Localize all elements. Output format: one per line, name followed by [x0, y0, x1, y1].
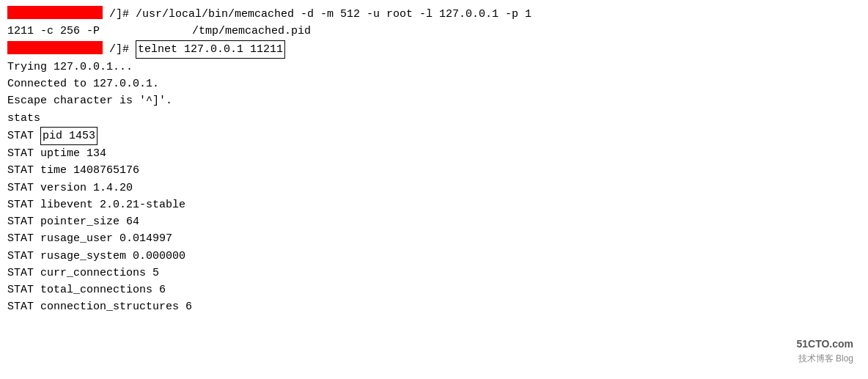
- telnet-command-box: telnet 127.0.0.1 11211: [136, 40, 285, 59]
- terminal-line-9: STAT time 1408765176: [7, 162, 861, 179]
- terminal-line-17: STAT connection_structures 6: [7, 298, 861, 315]
- terminal-line-8: STAT uptime 134: [7, 145, 861, 162]
- watermark-tagline: 技术博客 Blog: [796, 352, 853, 366]
- stat-label-pid: STAT: [7, 128, 40, 144]
- stat-time: STAT time 1408765176: [7, 162, 139, 179]
- stat-rusage-system: STAT rusage_system 0.000000: [7, 248, 185, 265]
- terminal-line-1: /]# /usr/local/bin/memcached -d -m 512 -…: [7, 6, 861, 23]
- terminal-line-1-cont: 1211 -c 256 -P /tmp/memcached.pid: [7, 23, 861, 40]
- line1-cmd: /]# /usr/local/bin/memcached -d -m 512 -…: [103, 6, 532, 23]
- terminal-content: /]# /usr/local/bin/memcached -d -m 512 -…: [7, 6, 861, 373]
- stat-total-connections: STAT total_connections 6: [7, 282, 166, 298]
- line2-cmd: /]#: [103, 41, 136, 58]
- connected-text: Connected to 127.0.0.1.: [7, 76, 159, 92]
- terminal-line-13: STAT rusage_user 0.014997: [7, 230, 861, 247]
- terminal-line-10: STAT version 1.4.20: [7, 180, 861, 196]
- terminal-line-3: Trying 127.0.0.1...: [7, 59, 861, 76]
- terminal-line-5: Escape character is '^]'.: [7, 92, 861, 109]
- escape-char-text: Escape character is '^]'.: [7, 92, 172, 109]
- terminal-line-14: STAT rusage_system 0.000000: [7, 248, 861, 265]
- terminal-line-16: STAT total_connections 6: [7, 282, 861, 298]
- terminal-line-11: STAT libevent 2.0.21-stable: [7, 196, 861, 213]
- watermark: 51CTO.com 技术博客 Blog: [796, 336, 853, 366]
- terminal-line-12: STAT pointer_size 64: [7, 213, 861, 230]
- stat-pointer-size: STAT pointer_size 64: [7, 213, 139, 230]
- stat-libevent: STAT libevent 2.0.21-stable: [7, 196, 185, 213]
- terminal-line-4: Connected to 127.0.0.1.: [7, 76, 861, 92]
- stat-rusage-user: STAT rusage_user 0.014997: [7, 230, 172, 247]
- line1-pid: /tmp/memcached.pid: [100, 23, 311, 40]
- line1-cont: 1211 -c 256 -P: [7, 23, 100, 40]
- stat-connection-structures: STAT connection_structures 6: [7, 298, 192, 315]
- stat-uptime: STAT uptime 134: [7, 145, 106, 162]
- stats-cmd: stats: [7, 110, 40, 127]
- stat-pid-box: pid 1453: [40, 127, 98, 145]
- terminal-line-15: STAT curr_connections 5: [7, 265, 861, 282]
- prompt-redacted-2: [7, 41, 103, 54]
- terminal-line-7: STAT pid 1453: [7, 127, 861, 145]
- terminal-line-6: stats: [7, 110, 861, 127]
- stat-curr-connections: STAT curr_connections 5: [7, 265, 159, 282]
- prompt-redacted-1: [7, 6, 103, 19]
- stat-version: STAT version 1.4.20: [7, 180, 133, 196]
- trying-text: Trying 127.0.0.1...: [7, 59, 133, 76]
- terminal-line-2: /]# telnet 127.0.0.1 11211: [7, 40, 861, 59]
- watermark-site: 51CTO.com: [796, 336, 853, 353]
